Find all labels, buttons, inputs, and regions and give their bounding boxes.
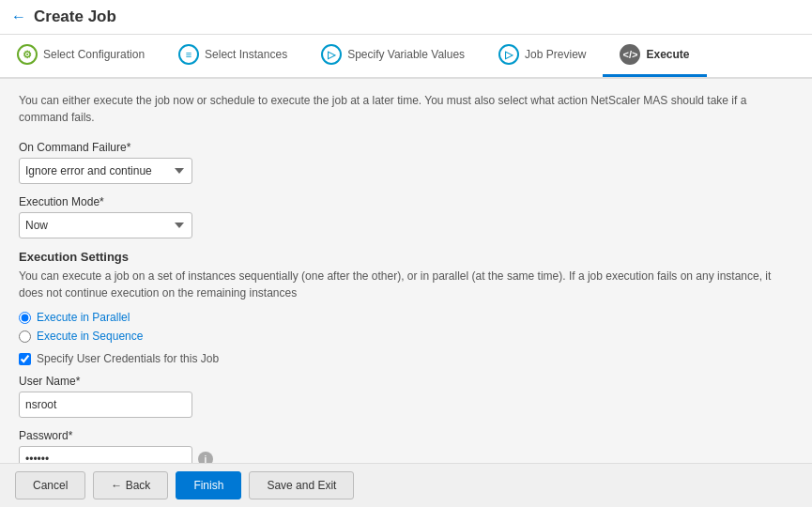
- on-command-failure-select[interactable]: Ignore error and continueStop on failure: [19, 158, 192, 184]
- info-text: You can either execute the job now or sc…: [19, 92, 793, 126]
- on-command-failure-label: On Command Failure*: [19, 141, 793, 154]
- main-content: You can either execute the job now or sc…: [0, 79, 812, 463]
- execute-parallel-radio[interactable]: [19, 312, 31, 324]
- execution-settings-section: Execution Settings You can execute a job…: [19, 250, 793, 463]
- back-button[interactable]: ← Back: [93, 471, 168, 499]
- password-input[interactable]: [19, 446, 192, 463]
- password-row: i: [19, 446, 793, 463]
- execute-parallel-option[interactable]: Execute in Parallel: [19, 311, 793, 324]
- tab-select-configuration-label: Select Configuration: [43, 48, 145, 61]
- execution-settings-title: Execution Settings: [19, 250, 793, 264]
- specify-credentials-checkbox[interactable]: [19, 353, 31, 365]
- header: ← Create Job: [0, 0, 812, 35]
- tab-specify-variable-values[interactable]: ▷ Specify Variable Values: [304, 35, 482, 77]
- page-title: Create Job: [34, 8, 116, 26]
- specify-credentials-checkbox-item[interactable]: Specify User Credentials for this Job: [19, 352, 793, 365]
- cancel-button[interactable]: Cancel: [15, 471, 85, 499]
- execute-parallel-label: Execute in Parallel: [37, 311, 130, 324]
- tab-job-preview-label: Job Preview: [525, 48, 586, 61]
- password-info-icon[interactable]: i: [198, 452, 213, 463]
- vars-icon: ▷: [321, 44, 342, 65]
- tab-specify-variable-values-label: Specify Variable Values: [347, 48, 465, 61]
- execution-mode-group: Execution Mode* NowSchedule: [19, 195, 793, 238]
- specify-credentials-label: Specify User Credentials for this Job: [37, 352, 219, 365]
- tab-select-instances[interactable]: ≡ Select Instances: [161, 35, 304, 77]
- create-job-window: ← Create Job ⚙ Select Configuration ≡ Se…: [0, 0, 812, 507]
- execute-sequence-radio[interactable]: [19, 330, 31, 343]
- username-label: User Name*: [19, 375, 793, 388]
- back-icon[interactable]: ←: [11, 8, 26, 25]
- servers-icon: ≡: [178, 44, 199, 65]
- password-label: Password*: [19, 429, 793, 442]
- execution-settings-desc: You can execute a job on a set of instan…: [19, 268, 793, 301]
- username-group: User Name*: [19, 375, 793, 418]
- wizard-tabs: ⚙ Select Configuration ≡ Select Instance…: [0, 35, 812, 79]
- tab-job-preview[interactable]: ▷ Job Preview: [482, 35, 603, 77]
- tab-select-instances-label: Select Instances: [205, 48, 287, 61]
- execute-sequence-option[interactable]: Execute in Sequence: [19, 330, 793, 343]
- tab-select-configuration[interactable]: ⚙ Select Configuration: [0, 35, 161, 77]
- password-group: Password* i: [19, 429, 793, 463]
- finish-button[interactable]: Finish: [176, 471, 241, 499]
- execute-icon: </>: [620, 44, 640, 65]
- save-and-exit-button[interactable]: Save and Exit: [249, 471, 354, 499]
- execute-sequence-label: Execute in Sequence: [37, 330, 143, 343]
- on-command-failure-group: On Command Failure* Ignore error and con…: [19, 141, 793, 184]
- preview-icon: ▷: [498, 44, 519, 65]
- tab-execute[interactable]: </> Execute: [603, 35, 706, 77]
- execution-mode-select[interactable]: NowSchedule: [19, 212, 192, 238]
- gear-icon: ⚙: [17, 44, 38, 65]
- footer: Cancel ← Back Finish Save and Exit: [0, 463, 812, 507]
- execution-mode-label: Execution Mode*: [19, 195, 793, 208]
- username-input[interactable]: [19, 392, 192, 418]
- execution-mode-radio-group: Execute in Parallel Execute in Sequence: [19, 311, 793, 343]
- tab-execute-label: Execute: [646, 48, 689, 61]
